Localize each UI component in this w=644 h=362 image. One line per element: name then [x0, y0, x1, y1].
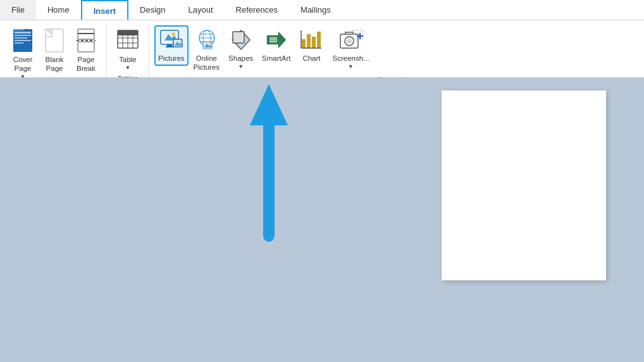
tables-group: Table ▼ Tables: [107, 23, 149, 77]
table-button[interactable]: Table ▼: [112, 25, 144, 73]
table-arrow: ▼: [125, 65, 131, 71]
svg-rect-25: [167, 44, 172, 46]
svg-point-52: [347, 39, 352, 44]
tab-bar: File Home Insert Design Layout Reference…: [0, 0, 644, 20]
svg-rect-12: [78, 42, 94, 52]
pictures-button[interactable]: Pictures: [154, 25, 189, 66]
svg-rect-26: [166, 46, 173, 47]
pictures-icon: [159, 28, 183, 52]
screenshot-icon: [338, 28, 364, 52]
tables-group-items: Table ▼: [111, 23, 145, 73]
svg-rect-7: [46, 29, 63, 52]
smartart-button[interactable]: SmartArt: [258, 25, 294, 66]
svg-point-29: [180, 41, 182, 43]
blank-page-button[interactable]: BlankPage: [39, 25, 70, 76]
tab-mailings[interactable]: Mailings: [289, 0, 342, 20]
blank-page-icon: [43, 28, 66, 53]
cover-page-label: CoverPage: [13, 56, 33, 73]
svg-rect-11: [78, 33, 94, 34]
table-icon: [116, 28, 140, 53]
tab-references[interactable]: References: [225, 0, 289, 20]
page-break-label: PageBreak: [77, 56, 96, 73]
screenshot-label: Screensh...: [332, 54, 369, 63]
svg-rect-3: [15, 37, 27, 39]
svg-point-37: [209, 42, 212, 45]
svg-point-24: [171, 32, 175, 36]
svg-rect-1: [15, 32, 31, 34]
tab-file[interactable]: File: [0, 0, 36, 20]
pages-group: 300000 CoverPage ▼: [3, 23, 107, 77]
tab-design[interactable]: Design: [128, 0, 176, 20]
document-area: [0, 78, 644, 361]
tab-layout[interactable]: Layout: [177, 0, 225, 20]
cover-page-button[interactable]: 300000 CoverPage ▼: [8, 25, 38, 82]
arrow-annotation: [221, 78, 316, 242]
page-break-icon: [75, 28, 97, 53]
illustrations-group-items: Pictures: [153, 23, 638, 75]
smartart-icon: [264, 28, 288, 52]
svg-rect-39: [233, 32, 244, 43]
svg-rect-5: [15, 42, 23, 44]
online-pictures-icon: [194, 28, 218, 52]
chart-button[interactable]: Chart: [295, 25, 327, 66]
svg-rect-2: [15, 35, 31, 36]
ribbon: File Home Insert Design Layout Reference…: [0, 0, 644, 78]
illustrations-group: Pictures: [149, 23, 641, 77]
smartart-label: SmartArt: [262, 54, 290, 63]
svg-rect-46: [312, 37, 316, 48]
shapes-button[interactable]: Shapes ▼: [225, 25, 257, 72]
blank-page-label: BlankPage: [46, 56, 64, 73]
online-pictures-button[interactable]: OnlinePictures: [190, 25, 224, 75]
tab-home[interactable]: Home: [36, 0, 81, 20]
svg-marker-57: [250, 84, 288, 125]
svg-text:300000: 300000: [13, 28, 24, 31]
pages-group-items: 300000 CoverPage ▼: [6, 23, 102, 82]
shapes-icon: [229, 28, 253, 52]
shapes-label: Shapes: [228, 54, 253, 63]
svg-rect-47: [317, 32, 321, 48]
page-break-button[interactable]: PageBreak: [71, 25, 101, 76]
chart-icon: [299, 28, 323, 52]
shapes-arrow: ▼: [238, 63, 244, 70]
svg-rect-4: [15, 40, 31, 41]
chart-label: Chart: [302, 54, 320, 63]
screenshot-arrow: ▼: [348, 63, 354, 70]
svg-rect-45: [307, 34, 311, 48]
document-page: [442, 91, 606, 280]
tab-insert[interactable]: Insert: [81, 0, 128, 20]
table-label: Table: [119, 56, 137, 65]
online-pictures-label: OnlinePictures: [194, 54, 220, 72]
svg-rect-44: [302, 39, 306, 48]
screenshot-button[interactable]: Screensh... ▼: [328, 25, 373, 72]
cover-page-icon: 300000: [11, 28, 34, 53]
pictures-label: Pictures: [158, 54, 185, 63]
ribbon-content: 300000 CoverPage ▼: [0, 20, 644, 77]
